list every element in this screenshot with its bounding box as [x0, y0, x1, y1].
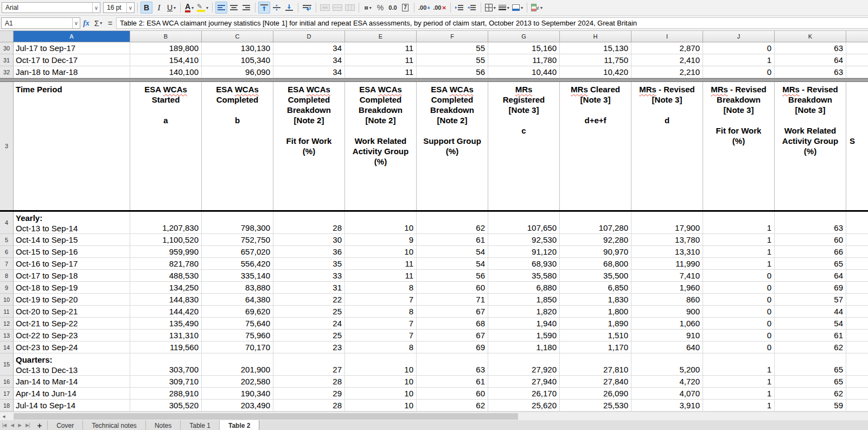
font-color-button[interactable]: A▾ [183, 2, 195, 14]
cell-I32[interactable]: 2,210 [631, 66, 703, 78]
cell-F16[interactable]: 61 [417, 376, 488, 388]
cell-B14[interactable]: 119,560 [130, 342, 202, 353]
row-header-5[interactable]: 5 [0, 234, 14, 246]
cell-J11[interactable]: 0 [703, 306, 775, 318]
column-header-E[interactable]: E [345, 31, 417, 42]
cell-G5[interactable]: 92,530 [488, 234, 560, 246]
cell-J6[interactable]: 1 [703, 246, 775, 258]
merge-cells-button[interactable] [331, 2, 343, 14]
header-cell-D3[interactable]: ESA WCAsCompletedBreakdown[Note 2]Fit fo… [273, 82, 345, 210]
cell-B5[interactable]: 1,100,520 [130, 234, 202, 246]
cell-H7[interactable]: 68,800 [560, 258, 631, 270]
cell-A15[interactable]: Quarters:Oct-13 to Dec-13 [14, 353, 130, 376]
cell-I30[interactable]: 2,870 [631, 42, 703, 54]
cell-32-clipped[interactable] [846, 66, 868, 78]
currency-format-button[interactable]: ¤▾ [362, 2, 374, 14]
cell-A12[interactable]: Oct-21 to Sep-22 [14, 318, 130, 330]
cell-I11[interactable]: 900 [631, 306, 703, 318]
cell-A17[interactable]: Apr-14 to Jun-14 [14, 388, 130, 400]
chevron-down-icon[interactable]: ∨ [126, 3, 134, 12]
header-cell-I3[interactable]: MRs - Revised[Note 3]d [631, 82, 703, 210]
cell-D4[interactable]: 28 [273, 212, 345, 234]
cell-I17[interactable]: 4,070 [631, 388, 703, 400]
column-header-D[interactable]: D [273, 31, 345, 42]
header-cell-C3[interactable]: ESA WCAsCompletedb [202, 82, 273, 210]
border-color-button[interactable]: ▾ [511, 2, 524, 14]
equals-button[interactable]: = [104, 17, 116, 29]
cell-E14[interactable]: 8 [345, 342, 417, 353]
cell-H4[interactable]: 107,280 [560, 212, 631, 234]
row-header-15[interactable]: 15 [0, 353, 14, 376]
cell-I14[interactable]: 640 [631, 342, 703, 353]
cell-C10[interactable]: 64,380 [202, 294, 273, 306]
cell-F13[interactable]: 67 [417, 330, 488, 342]
cell-K9[interactable]: 69 [775, 282, 846, 294]
cell-B13[interactable]: 131,310 [130, 330, 202, 342]
cell-D12[interactable]: 24 [273, 318, 345, 330]
align-center-button[interactable] [228, 2, 240, 14]
align-left-button[interactable] [215, 2, 227, 14]
cell-13-clipped[interactable] [846, 330, 868, 342]
cell-I15[interactable]: 5,200 [631, 353, 703, 376]
column-header-A[interactable]: A [14, 31, 130, 42]
row-header-6[interactable]: 6 [0, 246, 14, 258]
cell-A32[interactable]: Jan-18 to Mar-18 [14, 66, 130, 78]
cell-H8[interactable]: 35,500 [560, 270, 631, 282]
wrap-text-button[interactable] [301, 2, 313, 14]
previous-sheet-button[interactable]: ◀ [8, 420, 16, 430]
cell-A31[interactable]: Oct-17 to Dec-17 [14, 54, 130, 66]
cell-K14[interactable]: 62 [775, 342, 846, 353]
cell-D17[interactable]: 29 [273, 388, 345, 400]
number-format-button[interactable]: 0.0 [387, 2, 399, 14]
cell-17-clipped[interactable] [846, 388, 868, 400]
cell-I31[interactable]: 2,410 [631, 54, 703, 66]
cell-A5[interactable]: Oct-14 to Sep-15 [14, 234, 130, 246]
cell-C31[interactable]: 105,340 [202, 54, 273, 66]
cell-4-clipped[interactable] [846, 212, 868, 234]
dropdown-arrow-icon[interactable]: ▾ [494, 5, 496, 10]
cell-K30[interactable]: 63 [775, 42, 846, 54]
horizontal-scrollbar[interactable]: ◂ [0, 412, 868, 420]
cell-K8[interactable]: 64 [775, 270, 846, 282]
cell-K31[interactable]: 64 [775, 54, 846, 66]
dropdown-arrow-icon[interactable]: ▾ [369, 5, 372, 10]
cell-J17[interactable]: 1 [703, 388, 775, 400]
cell-G9[interactable]: 6,880 [488, 282, 560, 294]
autosum-button[interactable]: Σ▾ [92, 17, 104, 29]
cell-K16[interactable]: 65 [775, 376, 846, 388]
row-header-9[interactable]: 9 [0, 282, 14, 294]
add-sheet-button[interactable]: + [31, 420, 47, 430]
cell-G12[interactable]: 1,940 [488, 318, 560, 330]
cell-F17[interactable]: 60 [417, 388, 488, 400]
cell-D8[interactable]: 33 [273, 270, 345, 282]
cell-J32[interactable]: 0 [703, 66, 775, 78]
cell-G7[interactable]: 68,930 [488, 258, 560, 270]
cell-C9[interactable]: 83,880 [202, 282, 273, 294]
cell-G17[interactable]: 26,170 [488, 388, 560, 400]
cell-B9[interactable]: 134,250 [130, 282, 202, 294]
cell-D14[interactable]: 23 [273, 342, 345, 353]
align-bottom-button[interactable] [283, 2, 295, 14]
borders-button[interactable]: ▾ [484, 2, 497, 14]
cell-H31[interactable]: 11,750 [560, 54, 631, 66]
last-sheet-button[interactable]: ▶| [23, 420, 31, 430]
cell-E15[interactable]: 10 [345, 353, 417, 376]
header-cell-H3[interactable]: MRs Cleared[Note 3]d+e+f [560, 82, 631, 210]
cell-K4[interactable]: 63 [775, 212, 846, 234]
cell-K12[interactable]: 54 [775, 318, 846, 330]
cell-D7[interactable]: 35 [273, 258, 345, 270]
cell-B10[interactable]: 144,830 [130, 294, 202, 306]
cell-G13[interactable]: 1,590 [488, 330, 560, 342]
cell-E11[interactable]: 8 [345, 306, 417, 318]
cell-I12[interactable]: 1,060 [631, 318, 703, 330]
cell-F8[interactable]: 56 [417, 270, 488, 282]
cell-K7[interactable]: 65 [775, 258, 846, 270]
align-top-button[interactable] [258, 2, 270, 14]
cell-D10[interactable]: 22 [273, 294, 345, 306]
column-header-I[interactable]: I [631, 31, 703, 42]
dropdown-arrow-icon[interactable]: ▾ [100, 21, 102, 26]
cell-G16[interactable]: 27,940 [488, 376, 560, 388]
cell-H30[interactable]: 15,130 [560, 42, 631, 54]
cell-G14[interactable]: 1,180 [488, 342, 560, 353]
cell-12-clipped[interactable] [846, 318, 868, 330]
